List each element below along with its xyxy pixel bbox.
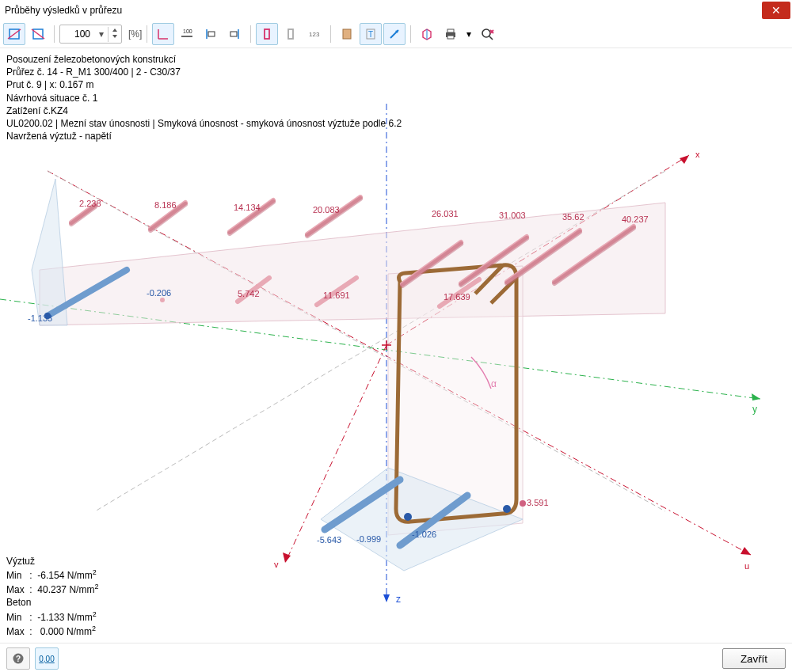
bar-value-top-7: 40.237 (622, 215, 649, 224)
svg-rect-10 (265, 29, 269, 39)
zoom-input[interactable]: 100 ▾ (59, 25, 122, 44)
view-3d-button[interactable] (416, 23, 438, 45)
bar-value-top-0: 2.238 (79, 199, 101, 208)
dimension-button[interactable]: 100 (176, 23, 198, 45)
info-footer-button[interactable]: ? (6, 647, 30, 670)
legend-block: Výztuž Min : -6.154 N/mm2 Max : 40.237 N… (6, 555, 98, 638)
svg-point-58 (404, 513, 412, 521)
bar-value-top-1: 8.186 (154, 200, 177, 210)
info-line-6: UL0200.02 | Mezní stav únosnosti | Smyko… (6, 117, 402, 130)
legend-conc-min: Min : -1.133 N/mm2 (6, 609, 98, 624)
window-title: Průběhy výsledků v průřezu (5, 5, 762, 16)
zoom-unit: [%] (128, 28, 142, 40)
axis-y-label: y (752, 404, 757, 415)
section-gray-button[interactable] (280, 23, 302, 45)
mode-2-button[interactable] (27, 23, 49, 45)
legend-conc-title: Beton (6, 596, 98, 609)
svg-rect-7 (208, 32, 215, 36)
close-window-button[interactable]: ✕ (762, 2, 790, 19)
axis-u-label: u (744, 561, 749, 571)
bar-value-top-3: 20.083 (313, 205, 340, 215)
svg-text:T: T (368, 30, 373, 39)
toolbar-separator (147, 25, 147, 43)
axis-v-label: v (274, 560, 279, 569)
svg-marker-32 (32, 179, 67, 325)
legend-reinf-min: Min : -6.154 N/mm2 (6, 568, 98, 582)
toolbar-separator (330, 25, 331, 43)
bar-value-bot-2: -0.999 (356, 534, 381, 544)
svg-rect-13 (343, 29, 351, 39)
toolbar-separator (54, 25, 55, 43)
info-block: Posouzení železobetonových konstrukcí Pr… (6, 53, 402, 142)
svg-line-42 (71, 207, 95, 224)
print-dropdown-icon[interactable]: ▾ (463, 23, 474, 45)
info-line-7: Navržená výztuž - napětí (6, 130, 402, 142)
legend-reinf-title: Výztuž (6, 555, 98, 568)
svg-point-21 (482, 29, 490, 37)
units-footer-button[interactable]: 0,00 (35, 647, 59, 670)
fill-button[interactable] (336, 23, 358, 45)
bar-value-mid-3: 17.639 (444, 292, 470, 302)
axis-z-label: z (396, 594, 401, 605)
svg-rect-11 (288, 29, 293, 39)
right-align-button[interactable] (223, 23, 246, 45)
info-line-3: Prut č. 9 | x: 0.167 m (6, 78, 402, 91)
svg-text:?: ? (16, 655, 21, 663)
section-red-button[interactable] (256, 23, 278, 45)
left-align-button[interactable] (200, 23, 222, 45)
svg-rect-19 (447, 29, 454, 32)
bar-value-bot-0: -1.133 (28, 313, 52, 323)
mode-1-button[interactable] (3, 23, 25, 45)
bar-value-bot-3: -1.026 (412, 530, 436, 539)
svg-point-59 (503, 505, 511, 513)
bar-value-top-4: 26.031 (432, 209, 459, 218)
svg-rect-20 (447, 36, 454, 39)
bar-value-mid-1: 5.742 (238, 289, 260, 298)
axis-x-label: x (695, 150, 700, 159)
bar-value-top-6: 35.62 (562, 212, 584, 222)
close-footer-button[interactable]: Zavřít (722, 648, 786, 669)
toolbar-separator (410, 25, 411, 43)
info-line-4: Návrhová situace č. 1 (6, 92, 402, 104)
bar-value-top-5: 31.003 (499, 211, 526, 220)
print-button[interactable] (440, 23, 462, 45)
zoom-dropdown-icon[interactable]: ▾ (95, 28, 108, 40)
numbers-button[interactable]: 123 (303, 23, 326, 45)
svg-rect-9 (230, 32, 237, 36)
info-line-2: Průřez č. 14 - R_M1 300/400 | 2 - C30/37 (6, 66, 402, 78)
axis-toggle-button[interactable] (152, 23, 174, 45)
force-arrow-button[interactable] (383, 23, 406, 45)
info-line-1: Posouzení železobetonových konstrukcí (6, 53, 402, 66)
svg-line-22 (489, 36, 493, 40)
svg-text:123: 123 (309, 31, 320, 38)
stress-t-button[interactable]: T (360, 23, 382, 45)
legend-reinf-max: Max : 40.237 N/mm2 (6, 582, 98, 596)
bar-value-bot-4: 3.591 (527, 498, 549, 507)
zoom-reset-button[interactable] (476, 23, 498, 45)
toolbar-separator (250, 25, 251, 43)
bar-value-top-2: 14.134 (234, 203, 261, 212)
bar-value-mid-0: -0.206 (147, 288, 171, 298)
legend-conc-max: Max : 0.000 N/mm2 (6, 624, 98, 638)
toolbar: 100 ▾ [%] 100 123 (0, 21, 792, 48)
svg-point-60 (520, 500, 526, 507)
zoom-stepper-icon[interactable] (108, 27, 121, 42)
svg-text:100: 100 (183, 28, 192, 34)
info-line-5: Zatížení č.KZ4 (6, 104, 402, 117)
zoom-value: 100 (60, 28, 95, 40)
bar-value-bot-1: -5.643 (317, 535, 341, 545)
bar-value-mid-2: 11.691 (323, 290, 350, 300)
viewport[interactable]: z y x u v α (0, 48, 792, 643)
